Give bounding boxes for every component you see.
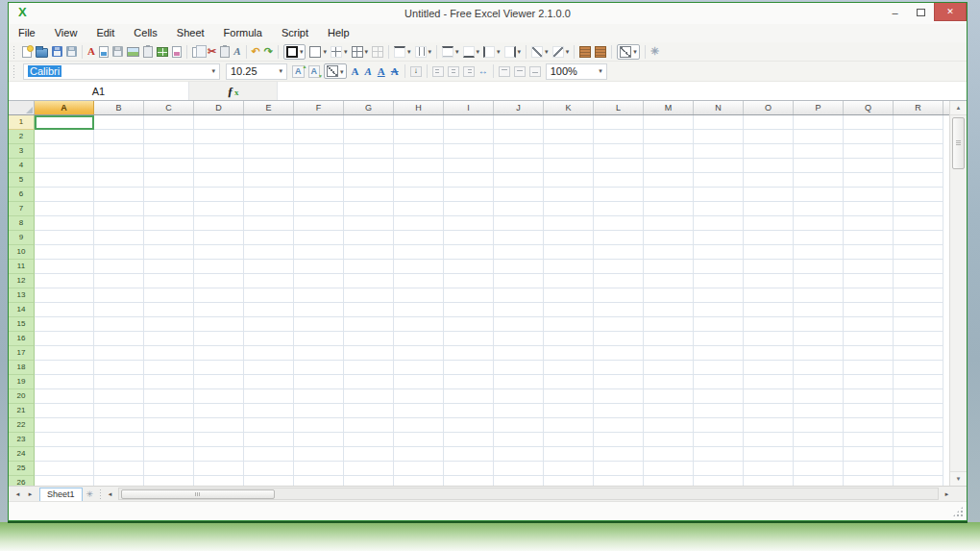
- cell-D6[interactable]: [194, 188, 244, 202]
- valign-middle-button[interactable]: [512, 65, 527, 78]
- cell-E16[interactable]: [244, 332, 294, 346]
- row-header-2[interactable]: 2: [9, 130, 35, 144]
- border-diagonal-down-button[interactable]: ▾: [551, 45, 572, 59]
- cell-J8[interactable]: [494, 216, 544, 231]
- cell-R13[interactable]: [894, 288, 943, 303]
- cell-M8[interactable]: [644, 216, 694, 231]
- cell-K15[interactable]: [544, 317, 594, 332]
- cell-I8[interactable]: [444, 216, 494, 231]
- row-header-25[interactable]: 25: [9, 462, 35, 476]
- cell-M15[interactable]: [644, 317, 694, 332]
- cell-L5[interactable]: [594, 173, 644, 188]
- insert-function-button[interactable]: ƒx: [189, 82, 278, 100]
- cell-R26[interactable]: [894, 476, 943, 486]
- cell-N14[interactable]: [694, 303, 744, 317]
- cell-C15[interactable]: [144, 317, 194, 332]
- hscroll-left-button[interactable]: ◄: [104, 488, 116, 500]
- cell-B24[interactable]: [94, 447, 144, 462]
- cell-K14[interactable]: [544, 303, 594, 317]
- cell-I24[interactable]: [444, 447, 494, 462]
- row-header-24[interactable]: 24: [9, 447, 35, 462]
- cell-O13[interactable]: [744, 288, 794, 303]
- cell-H8[interactable]: [394, 216, 444, 231]
- cell-G18[interactable]: [344, 361, 394, 375]
- cell-P11[interactable]: [794, 260, 844, 274]
- cell-F13[interactable]: [294, 288, 344, 303]
- cell-C2[interactable]: [144, 130, 194, 144]
- cell-M18[interactable]: [644, 361, 694, 375]
- cell-R4[interactable]: [894, 159, 943, 173]
- cell-L15[interactable]: [594, 317, 644, 332]
- cell-I21[interactable]: [444, 404, 494, 418]
- row-header-9[interactable]: 9: [9, 231, 35, 245]
- chevron-down-icon[interactable]: ▾: [323, 48, 327, 55]
- cell-I26[interactable]: [444, 476, 494, 486]
- cell-E6[interactable]: [244, 188, 294, 202]
- col-header-N[interactable]: N: [694, 101, 744, 114]
- horizontal-scroll-thumb[interactable]: [121, 489, 275, 499]
- cell-D18[interactable]: [194, 361, 244, 375]
- cell-L8[interactable]: [594, 216, 644, 231]
- row-header-13[interactable]: 13: [9, 288, 35, 303]
- sheet-tab-sheet1[interactable]: Sheet1: [39, 488, 83, 501]
- cell-R20[interactable]: [894, 389, 943, 404]
- cell-A24[interactable]: [35, 447, 94, 462]
- row-header-19[interactable]: 19: [9, 375, 35, 389]
- cell-K18[interactable]: [544, 361, 594, 375]
- vertical-scrollbar[interactable]: ▲ ▼: [949, 101, 967, 486]
- border-outline-button[interactable]: ▾: [307, 45, 329, 59]
- cell-P23[interactable]: [794, 433, 844, 447]
- cell-O6[interactable]: [744, 188, 794, 202]
- cell-I15[interactable]: [444, 317, 494, 332]
- cell-D11[interactable]: [194, 260, 244, 274]
- cell-J4[interactable]: [494, 159, 544, 173]
- cell-G4[interactable]: [344, 159, 394, 173]
- cell-H2[interactable]: [394, 130, 444, 144]
- cell-Q17[interactable]: [844, 346, 894, 361]
- cell-E19[interactable]: [244, 375, 294, 389]
- cell-E11[interactable]: [244, 260, 294, 274]
- cell-H11[interactable]: [394, 260, 444, 274]
- text-orientation-button[interactable]: ↓: [408, 65, 424, 78]
- cell-O22[interactable]: [744, 418, 794, 433]
- font-name-combo[interactable]: Calibri▾: [23, 63, 220, 80]
- valign-bottom-button[interactable]: [527, 65, 543, 78]
- cell-G14[interactable]: [344, 303, 394, 317]
- export-ods-button[interactable]: [110, 45, 125, 58]
- cell-K1[interactable]: [544, 115, 594, 130]
- col-header-H[interactable]: H: [394, 101, 444, 114]
- cell-F24[interactable]: [294, 447, 344, 462]
- border-all-button[interactable]: ▾: [350, 45, 371, 59]
- cell-C21[interactable]: [144, 404, 194, 418]
- cell-G25[interactable]: [344, 462, 394, 476]
- cell-G21[interactable]: [344, 404, 394, 418]
- cell-R18[interactable]: [894, 361, 943, 375]
- row-header-1[interactable]: 1: [9, 115, 35, 130]
- cell-C20[interactable]: [144, 389, 194, 404]
- cell-B5[interactable]: [94, 173, 144, 188]
- cell-E12[interactable]: [244, 274, 294, 288]
- cell-N26[interactable]: [694, 476, 744, 486]
- cell-A25[interactable]: [35, 462, 94, 476]
- cell-C7[interactable]: [144, 202, 194, 216]
- cell-E23[interactable]: [244, 433, 294, 447]
- cell-H24[interactable]: [394, 447, 444, 462]
- cell-D19[interactable]: [194, 375, 244, 389]
- open-file-button[interactable]: [34, 45, 50, 59]
- cell-G5[interactable]: [344, 173, 394, 188]
- cell-P8[interactable]: [794, 216, 844, 231]
- cell-H12[interactable]: [394, 274, 444, 288]
- cell-O16[interactable]: [744, 332, 794, 346]
- new-file-button[interactable]: [20, 45, 34, 59]
- cell-H16[interactable]: [394, 332, 444, 346]
- cell-A1[interactable]: [35, 115, 94, 130]
- cell-L24[interactable]: [594, 447, 644, 462]
- sheet-options-icon[interactable]: ✳: [86, 489, 94, 499]
- cell-E2[interactable]: [244, 130, 294, 144]
- cell-K17[interactable]: [544, 346, 594, 361]
- cell-D4[interactable]: [194, 159, 244, 173]
- cell-N4[interactable]: [694, 159, 744, 173]
- cell-J9[interactable]: [494, 231, 544, 245]
- cell-M26[interactable]: [644, 476, 694, 486]
- cell-R22[interactable]: [894, 418, 943, 433]
